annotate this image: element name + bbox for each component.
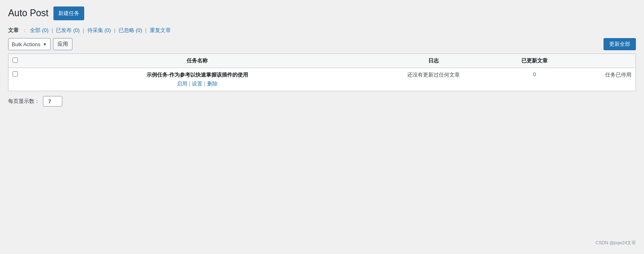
header-checkbox-col <box>9 54 22 68</box>
bulk-actions-label: Bulk Actions <box>12 41 40 47</box>
row-task-name-cell: 示例任务-作为参考以快速掌握该插件的使用 启用 | 设置 | 删除 <box>22 68 373 91</box>
update-all-button[interactable]: 更新全部 <box>604 38 636 50</box>
apply-button[interactable]: 应用 <box>53 38 72 50</box>
actions-right: 更新全部 <box>604 38 636 50</box>
task-settings-link[interactable]: 设置 <box>192 80 202 88</box>
filter-bar-label: 文章 <box>8 27 19 33</box>
header-status <box>575 54 636 68</box>
header-log: 日志 <box>373 54 494 68</box>
header-task-name: 任务名称 <box>22 54 373 68</box>
row-log-cell: 还没有更新过任何文章 <box>373 68 494 91</box>
task-delete-link[interactable]: 删除 <box>207 80 218 88</box>
table-row: 示例任务-作为参考以快速掌握该插件的使用 启用 | 设置 | 删除 还没有更新过… <box>9 68 636 91</box>
task-enable-link[interactable]: 启用 <box>177 80 187 88</box>
table-header: 任务名称 日志 已更新文章 <box>9 54 636 68</box>
row-status-cell: 任务已停用 <box>575 68 636 91</box>
filter-duplicate[interactable]: 重复文章 <box>150 27 171 33</box>
actions-left: Bulk Actions ▼ 应用 <box>8 38 72 50</box>
actions-bar: Bulk Actions ▼ 应用 更新全部 <box>8 38 636 50</box>
bulk-actions-select[interactable]: Bulk Actions ▼ <box>8 38 51 50</box>
watermark: CSDN @pqw24文哥 <box>595 240 636 246</box>
new-task-button[interactable]: 新建任务 <box>53 6 84 20</box>
page-header: Auto Post 新建任务 <box>8 6 636 20</box>
page-title: Auto Post <box>8 7 49 19</box>
tasks-table: 任务名称 日志 已更新文章 示例任务-作为参考以快速掌握该插件的使用 启用 | … <box>8 53 636 91</box>
select-all-checkbox[interactable] <box>13 58 18 63</box>
updated-count: 0 <box>498 71 571 77</box>
task-action-links: 启用 | 设置 | 删除 <box>26 80 369 88</box>
filter-ignored[interactable]: 已忽略 (0) <box>119 27 142 33</box>
task-name: 示例任务-作为参考以快速掌握该插件的使用 <box>26 71 369 79</box>
filter-published[interactable]: 已发布 (0) <box>56 27 80 33</box>
per-page-label: 每页显示数： <box>8 98 40 105</box>
filter-pending[interactable]: 待采集 (0) <box>87 27 111 33</box>
per-page-bar: 每页显示数： <box>8 96 636 107</box>
filter-all[interactable]: 全部 (0) <box>30 27 49 33</box>
filter-bar: 文章 ： 全部 (0) | 已发布 (0) | 待采集 (0) | 已忽略 (0… <box>8 27 636 34</box>
header-updated-articles: 已更新文章 <box>494 54 575 68</box>
row-updated-cell: 0 <box>494 68 575 91</box>
table-body: 示例任务-作为参考以快速掌握该插件的使用 启用 | 设置 | 删除 还没有更新过… <box>9 68 636 91</box>
row-checkbox-cell <box>9 68 22 91</box>
per-page-input[interactable] <box>43 96 62 107</box>
chevron-down-icon: ▼ <box>43 42 47 47</box>
row-checkbox[interactable] <box>13 71 18 77</box>
